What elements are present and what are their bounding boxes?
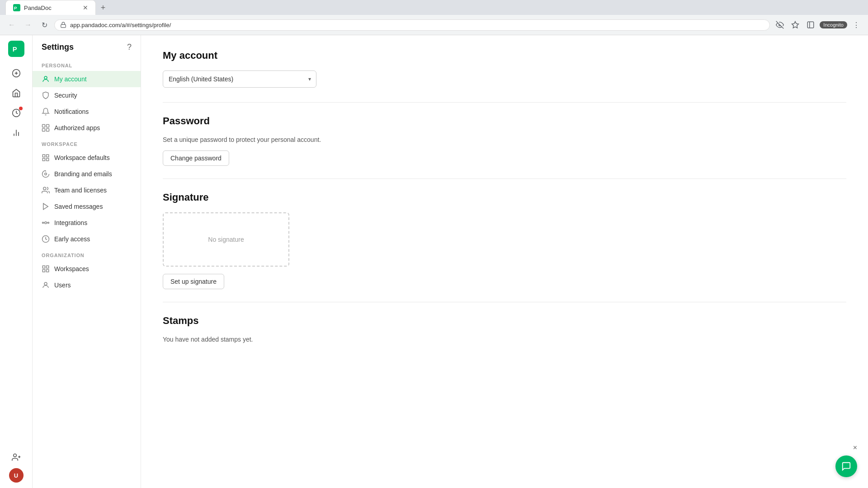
- nav-item-branding-emails[interactable]: Branding and emails: [33, 166, 141, 182]
- lock-icon: [60, 22, 66, 28]
- icon-sidebar-top: P: [7, 41, 25, 446]
- nav-item-security[interactable]: Security: [33, 87, 141, 103]
- svg-rect-35: [42, 266, 45, 268]
- change-password-button[interactable]: Change password: [163, 150, 229, 166]
- settings-nav-sidebar: Settings ? PERSONAL My account Security …: [33, 35, 141, 488]
- svg-point-14: [13, 454, 16, 457]
- home-button[interactable]: [7, 84, 25, 102]
- chat-close-button[interactable]: ×: [853, 444, 857, 452]
- section-divider-2: [163, 178, 846, 179]
- svg-rect-38: [47, 270, 49, 272]
- nav-item-authorized-apps[interactable]: Authorized apps: [33, 120, 141, 136]
- svg-point-29: [45, 222, 47, 224]
- nav-item-my-account[interactable]: My account: [33, 71, 141, 87]
- users-icon: [42, 281, 50, 289]
- saved-messages-icon: [42, 202, 50, 211]
- chat-widget: ×: [835, 444, 857, 477]
- icon-sidebar-bottom: U: [7, 448, 25, 483]
- browser-tab-pandadoc[interactable]: P PandaDoc ✕: [5, 0, 96, 15]
- documents-button[interactable]: [7, 104, 25, 122]
- nav-item-authorized-apps-label: Authorized apps: [54, 124, 100, 131]
- nav-item-integrations[interactable]: Integrations: [33, 215, 141, 231]
- forward-button[interactable]: →: [22, 19, 34, 31]
- svg-point-31: [48, 222, 49, 224]
- notification-badge: [19, 107, 23, 110]
- back-button[interactable]: ←: [5, 19, 18, 31]
- paint-icon: [42, 170, 50, 178]
- user-avatar[interactable]: U: [9, 468, 24, 483]
- add-user-sidebar-button[interactable]: [7, 448, 25, 466]
- section-divider-3: [163, 302, 846, 302]
- nav-item-security-label: Security: [54, 92, 77, 99]
- svg-point-17: [44, 76, 47, 79]
- nav-item-my-account-label: My account: [54, 75, 87, 83]
- chat-open-button[interactable]: [835, 455, 857, 477]
- svg-rect-19: [47, 125, 49, 127]
- icon-sidebar: P U: [0, 35, 33, 488]
- svg-rect-25: [47, 159, 49, 161]
- no-signature-text: No signature: [208, 236, 244, 243]
- signature-section-title: Signature: [163, 192, 846, 203]
- star-button[interactable]: [789, 19, 802, 31]
- svg-marker-28: [43, 203, 48, 210]
- svg-rect-37: [42, 270, 45, 272]
- browser-action-buttons: Incognito ⋮: [774, 19, 863, 31]
- svg-marker-3: [792, 22, 799, 28]
- nav-item-workspaces[interactable]: Workspaces: [33, 261, 141, 277]
- analytics-button[interactable]: [7, 124, 25, 142]
- svg-rect-18: [42, 125, 45, 127]
- sidebar-button[interactable]: [804, 19, 817, 31]
- stamps-section-title: Stamps: [163, 315, 846, 327]
- nav-item-notifications-label: Notifications: [54, 108, 89, 115]
- person-icon: [42, 75, 50, 83]
- nav-item-workspaces-label: Workspaces: [54, 265, 89, 272]
- svg-rect-20: [42, 129, 45, 131]
- section-divider-1: [163, 102, 846, 103]
- early-access-icon: [42, 235, 50, 243]
- nav-item-workspace-defaults[interactable]: Workspace defaults: [33, 150, 141, 166]
- more-button[interactable]: ⋮: [850, 19, 863, 31]
- svg-point-30: [42, 222, 44, 224]
- settings-page-title: Settings: [42, 42, 74, 52]
- nav-item-integrations-label: Integrations: [54, 219, 87, 226]
- nav-item-workspace-defaults-label: Workspace defaults: [54, 154, 110, 161]
- svg-rect-4: [808, 22, 814, 28]
- nav-item-users-label: Users: [54, 282, 71, 289]
- my-account-title: My account: [163, 50, 846, 61]
- nav-item-users[interactable]: Users: [33, 277, 141, 293]
- tab-close-button[interactable]: ✕: [83, 4, 88, 11]
- nav-item-saved-messages[interactable]: Saved messages: [33, 198, 141, 215]
- svg-rect-23: [47, 155, 49, 157]
- svg-rect-22: [42, 155, 45, 157]
- eye-off-button[interactable]: [774, 19, 786, 31]
- tab-favicon: P: [13, 4, 20, 11]
- app-container: P U Settings ?: [0, 35, 868, 488]
- language-select[interactable]: English (United States): [163, 70, 316, 88]
- browser-chrome: P PandaDoc ✕ + ← → ↻ app.pandadoc.com/a/…: [0, 0, 868, 35]
- new-tab-button[interactable]: +: [96, 0, 110, 15]
- nav-item-early-access[interactable]: Early access: [33, 231, 141, 247]
- shield-icon: [42, 91, 50, 99]
- nav-item-branding-emails-label: Branding and emails: [54, 170, 112, 178]
- nav-item-notifications[interactable]: Notifications: [33, 103, 141, 120]
- main-content: My account English (United States) ▾ Pas…: [141, 35, 868, 488]
- settings-help-button[interactable]: ?: [127, 42, 132, 52]
- svg-point-39: [44, 282, 47, 285]
- language-select-wrapper[interactable]: English (United States) ▾: [163, 70, 316, 88]
- address-bar[interactable]: app.pandadoc.com/a/#/settings/profile/: [54, 19, 770, 31]
- stamps-description: You have not added stamps yet.: [163, 336, 846, 343]
- personal-section-label: PERSONAL: [33, 57, 141, 71]
- refresh-button[interactable]: ↻: [38, 19, 51, 31]
- nav-item-team-licenses[interactable]: Team and licenses: [33, 182, 141, 198]
- browser-toolbar: ← → ↻ app.pandadoc.com/a/#/settings/prof…: [0, 15, 868, 35]
- svg-point-26: [45, 173, 47, 175]
- settings-header: Settings ?: [33, 35, 141, 57]
- set-up-signature-button[interactable]: Set up signature: [163, 274, 224, 289]
- app-logo: P: [8, 41, 24, 57]
- svg-point-27: [43, 187, 46, 190]
- grid-icon: [42, 154, 50, 162]
- workspace-section-label: WORKSPACE: [33, 136, 141, 150]
- nav-item-team-licenses-label: Team and licenses: [54, 187, 107, 194]
- bell-icon: [42, 108, 50, 116]
- add-button[interactable]: [7, 64, 25, 82]
